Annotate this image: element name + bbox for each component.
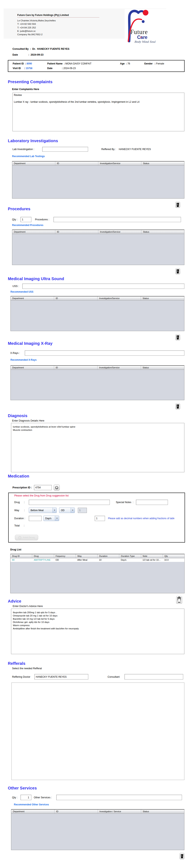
visit-id-label: Visit ID : (13, 67, 26, 70)
plus-icon: + (18, 536, 21, 539)
drug-list-table: Drug ID Drug Fequency Way Duration Durat… (10, 554, 185, 593)
laboratory-investigations-heading: Laboratory Investigations (8, 138, 187, 143)
consulted-by-line: Consulted By : Dr. HANECKY FUENTE REYES (12, 48, 187, 50)
advice-textarea[interactable]: Ibuprofen tab 200mg 1 tab qds for 5 days… (11, 609, 184, 654)
trash-icon[interactable]: ↻ (175, 403, 180, 409)
drug-row-item[interactable]: 80 AMITRIPTYLINE OD After Meal 10 Day/s … (10, 558, 184, 562)
recommended-other-services-link[interactable]: Recommended Other Services (14, 803, 49, 806)
drug-list-body (10, 562, 184, 593)
patient-name-label: Patient Name : (47, 62, 65, 65)
xray-label: X-Rays : (10, 352, 25, 354)
trash-body (177, 598, 181, 602)
consultant-input[interactable] (124, 674, 183, 680)
meal-timing-select[interactable]: Before Meal ▼ (29, 507, 57, 513)
col-way: Way (76, 554, 98, 558)
drug-qty-cell: 10.0 (163, 558, 184, 562)
medication-entry-panel: Please select the Drug from Drug suggess… (8, 493, 185, 542)
drug-note-cell: 1/2 tab od for 10... (141, 558, 163, 562)
xray-input-row: X-Rays : (10, 350, 187, 356)
patient-row-2: Visit ID : 15758 Date : 2024-09-23 (13, 67, 184, 70)
lab-investigation-label: Lab Investingation : (12, 148, 42, 151)
col-department: Department (12, 161, 55, 165)
other-services-input[interactable] (56, 795, 182, 800)
duration-input[interactable] (29, 516, 42, 521)
procedures-heading: Procedures (8, 207, 187, 211)
add-drug-button[interactable]: + Add Drug (15, 535, 38, 540)
xray-input[interactable] (25, 350, 184, 356)
trash-icon[interactable]: ↻ (175, 202, 180, 208)
col-id: ID (54, 297, 98, 300)
consultation-report-page: Future Care by Future Holdings (Pty) Lim… (0, 0, 187, 868)
procedures-table-wrap: Department ID Investigation/Service Stat… (12, 229, 184, 265)
procedures-table-header: Department ID Investigation/Service Stat… (12, 230, 184, 234)
procedures-qty-input[interactable] (21, 217, 31, 222)
procedures-input[interactable] (53, 217, 181, 222)
gender-label: Gender : (144, 62, 156, 65)
drug-list-label: Drug List (10, 548, 187, 551)
letterhead-divider (17, 17, 99, 18)
frequency-select[interactable]: OD ▼ (59, 507, 75, 513)
lab-input-row: Lab Investingation : Reffered By : HANEC… (12, 147, 187, 152)
prescription-id-input[interactable] (34, 485, 52, 490)
way-row: Way : Before Meal ▼ OD ▼ (14, 507, 185, 513)
uss-table: Department ID Investigation/Service Stat… (10, 296, 184, 331)
col-department: Department (11, 810, 54, 813)
drug-way-cell: After Meal (76, 558, 97, 562)
drug-duration-cell: 10 (98, 558, 119, 562)
other-qty-label: Qty : (12, 796, 21, 799)
drug-freq-cell: OD (54, 558, 76, 562)
duration-label: Duration : (14, 517, 29, 520)
trash-icon[interactable]: ↻ (175, 334, 180, 340)
xray-heading: Medical Imaging X-Ray (8, 341, 187, 346)
uss-input-row: USS : (12, 284, 187, 289)
duration-type-value: Day/s (44, 516, 55, 521)
col-qty: Qty (163, 554, 184, 558)
other-qty-input[interactable] (21, 795, 31, 800)
advice-section: Advice Enter Doctor's Advice Here Ibupro… (0, 599, 187, 654)
consult-date-line: Date : 2024-09-23 (12, 53, 187, 56)
logo-red-dot (143, 10, 148, 16)
col-department: Department (11, 297, 54, 300)
col-duration-type: Duration Type (119, 554, 141, 558)
referred-by-label: Reffered By : (101, 148, 116, 151)
drug-name-cell: AMITRIPTYLINE (32, 558, 54, 562)
referring-doctor-input[interactable] (34, 674, 88, 680)
col-status: Status (141, 810, 184, 813)
refresh-icon[interactable] (54, 485, 60, 491)
uss-input[interactable] (22, 284, 184, 289)
other-services-table-header: Department ID Investigation / Service St… (11, 810, 184, 814)
logo-blue-dot (142, 20, 145, 23)
tablet-qty-input[interactable] (95, 516, 105, 521)
trash-icon[interactable]: ↻ (180, 853, 184, 859)
decimal-note: Please add as decimal numbers when addin… (108, 517, 174, 520)
trash-icon[interactable] (176, 596, 182, 604)
duration-type-select[interactable]: Day/s ▼ (43, 516, 59, 521)
col-status: Status (141, 161, 184, 165)
other-services-table: Department ID Investigation / Service St… (11, 809, 184, 850)
drug-id-cell: 80 (10, 558, 32, 562)
logo-word-care: Care♥ (137, 35, 171, 40)
complaints-textarea[interactable]: Review Lumbar X ray - lumbar scoliosis, … (12, 93, 184, 131)
recommended-procedures-link[interactable]: Recommended Procedures (12, 224, 43, 226)
col-status: Status (141, 297, 184, 300)
special-notes-input[interactable] (136, 500, 168, 505)
drug-input[interactable] (29, 500, 110, 505)
patient-name-value: MONA DAISY CONFAIT (65, 62, 91, 65)
diagnosis-textarea[interactable]: lumbar scoliosis, spondylolisthesis at l… (11, 423, 184, 472)
visit-date-label: Date : (47, 67, 63, 70)
recommended-xrays-link[interactable]: Recommended X-Rays (10, 359, 37, 361)
medication-heading: Medication (8, 474, 187, 478)
recommended-uss-link[interactable]: Recommended USS (10, 290, 33, 293)
xray-table: Department ID Investigation/Service Stat… (10, 365, 184, 400)
col-drug: Drug (32, 554, 54, 558)
procedures-qty-label: Qty : (12, 218, 21, 221)
uss-label: USS : (12, 285, 22, 287)
procedures-label: Procedures : (35, 218, 53, 221)
recommended-lab-testings-link[interactable]: Recommended Lab Testings (12, 155, 45, 158)
col-drug-id: Drug ID (10, 554, 32, 558)
col-investigation-service: Investigation/Service (98, 230, 141, 234)
prescription-id-label: Prescription ID : (12, 486, 32, 489)
trash-icon[interactable]: ↻ (175, 268, 180, 274)
procedures-table-body (12, 234, 184, 265)
lab-investigation-input[interactable] (42, 147, 88, 152)
